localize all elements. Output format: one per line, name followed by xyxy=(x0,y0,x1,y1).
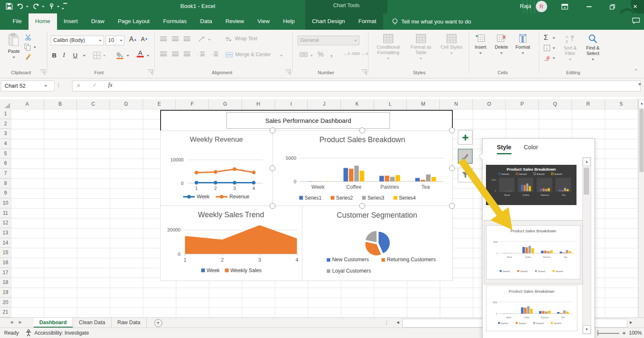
save-icon[interactable] xyxy=(6,3,13,11)
tab-draw[interactable]: Draw xyxy=(85,13,112,30)
comma-style-icon[interactable]: , xyxy=(330,49,332,58)
delete-cells-button[interactable]: Delete xyxy=(492,34,511,55)
number-format-select[interactable]: General xyxy=(298,36,359,45)
row-header-18[interactable]: 18 xyxy=(0,278,11,288)
borders-icon[interactable] xyxy=(93,52,101,59)
font-size-select[interactable]: 10 xyxy=(106,36,125,45)
row-header-12[interactable]: 12 xyxy=(0,218,11,228)
chart-elements-button[interactable] xyxy=(458,130,473,145)
clipboard-dialog-launcher[interactable] xyxy=(40,70,45,75)
decrease-indent-icon[interactable]: ← xyxy=(196,52,205,56)
tab-chart-design[interactable]: Chart Design xyxy=(305,13,352,30)
decrease-decimal-icon[interactable]: .00 →.0 xyxy=(355,52,368,56)
align-right-icon[interactable] xyxy=(184,52,190,56)
zoom-percent[interactable]: 100% xyxy=(629,330,642,336)
row-header-9[interactable]: 9 xyxy=(0,188,11,198)
zoom-slider[interactable] xyxy=(597,333,619,334)
row-header-17[interactable]: 17 xyxy=(0,268,11,278)
hscroll-right-icon[interactable]: ► xyxy=(629,320,633,325)
accounting-format-icon[interactable] xyxy=(299,52,308,57)
column-header-Q[interactable]: Q xyxy=(539,99,572,109)
row-header-14[interactable]: 14 xyxy=(0,238,11,248)
row-header-16[interactable]: 16 xyxy=(0,258,11,268)
new-sheet-button[interactable]: + xyxy=(154,319,162,327)
merge-center-button[interactable]: Merge & Center xyxy=(226,52,271,57)
chart-filters-button[interactable] xyxy=(458,168,473,182)
vertical-scroll-thumb[interactable] xyxy=(639,109,644,172)
alignment-dialog-launcher[interactable] xyxy=(285,70,291,75)
tab-help[interactable]: Help xyxy=(276,13,301,30)
column-header-J[interactable]: J xyxy=(308,99,341,109)
row-header-3[interactable]: 3 xyxy=(0,129,11,139)
redo-button[interactable] xyxy=(32,3,40,11)
tab-home[interactable]: Home xyxy=(29,13,57,30)
align-middle-icon[interactable] xyxy=(172,36,179,41)
increase-decimal-icon[interactable]: ←.0 .00 xyxy=(343,52,356,56)
tab-formulas[interactable]: Formulas xyxy=(156,13,193,30)
restore-button[interactable] xyxy=(606,3,618,11)
select-all-corner[interactable] xyxy=(0,99,11,109)
row-header-5[interactable]: 5 xyxy=(0,149,11,159)
column-header-S[interactable]: S xyxy=(605,99,638,109)
clear-icon[interactable] xyxy=(544,55,551,61)
chart-weekly-revenue[interactable]: Weekly Revenue1000001234WeekRevenue xyxy=(160,130,273,206)
chart-product-sales[interactable]: Product Sales Breakdown50000WeekCoffeePa… xyxy=(273,130,453,207)
bold-button[interactable]: B xyxy=(52,52,57,59)
font-dialog-launcher[interactable] xyxy=(148,70,153,75)
formula-bar-expand-icon[interactable] xyxy=(638,83,641,86)
scroll-up-icon[interactable]: ▲ xyxy=(583,158,591,166)
column-header-I[interactable]: I xyxy=(275,99,308,109)
increase-font-icon[interactable]: A▲ xyxy=(129,36,137,43)
fill-color-icon[interactable] xyxy=(116,51,125,59)
align-center-icon[interactable] xyxy=(172,52,179,56)
selection-handle[interactable] xyxy=(270,127,275,133)
minimize-button[interactable] xyxy=(583,3,595,11)
cancel-icon[interactable]: × xyxy=(77,82,80,89)
selection-handle[interactable] xyxy=(270,203,275,209)
align-left-icon[interactable] xyxy=(160,52,167,56)
selection-handle[interactable] xyxy=(359,127,365,133)
undo-dropdown-icon[interactable] xyxy=(26,6,29,8)
column-header-E[interactable]: E xyxy=(143,99,176,109)
format-cells-button[interactable]: Format xyxy=(513,34,532,55)
tab-file[interactable]: File xyxy=(6,13,29,30)
zoom-slider-handle[interactable] xyxy=(597,330,598,335)
enter-icon[interactable]: ✓ xyxy=(93,82,97,88)
column-header-N[interactable]: N xyxy=(440,99,473,109)
sheet-nav-left-icon[interactable]: ◄ xyxy=(0,318,18,325)
accessibility-icon[interactable] xyxy=(25,329,32,338)
row-header-20[interactable]: 20 xyxy=(0,298,11,308)
underline-dropdown-icon[interactable] xyxy=(83,55,86,57)
dashboard-title[interactable]: Sales Performance Dashboard xyxy=(226,112,390,129)
undo-button[interactable] xyxy=(16,3,24,11)
tab-color[interactable]: Color xyxy=(524,144,538,151)
tab-view[interactable]: View xyxy=(251,13,276,30)
column-header-A[interactable]: A xyxy=(11,99,44,109)
scroll-thumb[interactable] xyxy=(584,168,589,195)
increase-indent-icon[interactable]: → xyxy=(210,52,218,56)
style-preview-selected[interactable]: Product Sales Breakdown50000WeekCoffeePa… xyxy=(484,220,583,284)
column-header-R[interactable]: R xyxy=(572,99,605,109)
sort-filter-button[interactable]: AZ Sort & Filter xyxy=(560,34,580,62)
font-name-select[interactable]: Calibri (Body) xyxy=(51,36,104,45)
selection-handle[interactable] xyxy=(270,165,275,171)
paste-button[interactable]: Paste xyxy=(4,33,23,60)
underline-button[interactable]: U xyxy=(73,52,78,59)
row-header-19[interactable]: 19 xyxy=(0,288,11,298)
column-header-D[interactable]: D xyxy=(110,99,143,109)
tab-style[interactable]: Style xyxy=(497,144,512,154)
tab-insert[interactable]: Insert xyxy=(57,13,85,30)
insert-cells-button[interactable]: Insert xyxy=(471,34,490,55)
borders-dropdown-icon[interactable] xyxy=(103,55,106,57)
fill-icon[interactable]: ↓ xyxy=(544,45,550,51)
row-header-7[interactable]: 7 xyxy=(0,169,11,179)
column-header-H[interactable]: H xyxy=(242,99,275,109)
tab-page-layout[interactable]: Page Layout xyxy=(111,13,156,30)
fill-color-dropdown-icon[interactable] xyxy=(127,55,129,57)
align-bottom-icon[interactable] xyxy=(184,36,190,41)
panel-scrollbar[interactable]: ▲ ▼ xyxy=(582,157,591,334)
row-header-10[interactable]: 10 xyxy=(0,198,11,208)
scroll-down-icon[interactable]: ▼ xyxy=(583,325,591,334)
cut-icon[interactable] xyxy=(24,34,32,41)
accessibility-status[interactable]: Accessibility: Investigate xyxy=(34,330,89,336)
